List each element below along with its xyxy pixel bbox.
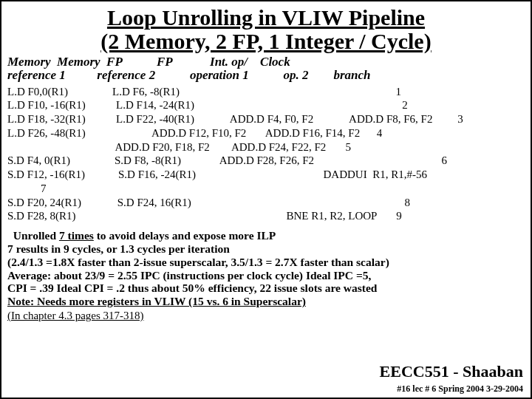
body-row-5: S.D F4, 0(R1) S.D F8, -8(R1) ADD.D F28, … — [7, 154, 447, 166]
note4-text: Average: about 23/9 = 2.55 IPC (instruct… — [7, 269, 371, 282]
slide-title: Loop Unrolling in VLIW Pipeline (2 Memor… — [7, 6, 525, 52]
note-line-6: Note: Needs more registers in VLIW (15 v… — [7, 295, 525, 308]
body-row-1: L.D F10, -16(R1) L.D F14, -24(R1) 2 — [7, 99, 408, 111]
note1-mid: 7 times — [59, 229, 94, 242]
notes-block: Unrolled 7 times to avoid delays and exp… — [7, 229, 525, 322]
note3-text: (2.4/1.3 =1.8X faster than 2-issue super… — [7, 256, 389, 268]
hdr-line-1: Memory Memory FP FP Int. op/ Clock — [7, 55, 290, 69]
note-line-1: Unrolled 7 times to avoid delays and exp… — [7, 229, 525, 242]
body-row-2: L.D F18, -32(R1) L.D F22, -40(R1) ADD.D … — [7, 113, 463, 125]
schedule-body: L.D F0,0(R1) L.D F6, -8(R1) 1 L.D F10, -… — [7, 85, 525, 224]
slide: Loop Unrolling in VLIW Pipeline (2 Memor… — [0, 0, 532, 399]
note2-text: 7 results in 9 cycles, or 1.3 cycles per… — [7, 242, 230, 255]
footer-sub: #16 lec # 6 Spring 2004 3-29-2004 — [397, 383, 523, 395]
title-line-2: (2 Memory, 2 FP, 1 Integer / Cycle) — [100, 29, 431, 53]
column-headers: Memory Memory FP FP Int. op/ Clock refer… — [7, 55, 525, 82]
note1-post: to avoid delays and expose more ILP — [94, 229, 276, 242]
chapter-ref: (In chapter 4.3 pages 317-318) — [7, 310, 525, 322]
body-row-3: L.D F26, -48(R1) ADD.D F12, F10, F2 ADD.… — [7, 127, 382, 139]
note5-text: CPI = .39 Ideal CPI = .2 thus about 50% … — [7, 282, 377, 294]
body-row-8: S.D F28, 8(R1) BNE R1, R2, LOOP 9 — [7, 210, 402, 222]
body-row-0: L.D F0,0(R1) L.D F6, -8(R1) 1 — [7, 86, 401, 98]
note6-text: Note: Needs more registers in VLIW (15 v… — [7, 295, 306, 307]
title-line-1: Loop Unrolling in VLIW Pipeline — [107, 5, 425, 30]
note1-pre: Unrolled — [13, 229, 59, 242]
note-line-4: Average: about 23/9 = 2.55 IPC (instruct… — [7, 269, 525, 282]
body-row-6: S.D F12, -16(R1) S.D F16, -24(R1) DADDUI… — [7, 168, 427, 194]
body-row-7: S.D F20, 24(R1) S.D F24, 16(R1) 8 — [7, 197, 410, 208]
body-row-4: ADD.D F20, F18, F2 ADD.D F24, F22, F2 5 — [7, 141, 351, 153]
note-line-2: 7 results in 9 cycles, or 1.3 cycles per… — [7, 242, 525, 256]
note-line-3: (2.4/1.3 =1.8X faster than 2-issue super… — [7, 256, 525, 269]
hdr-line-2: reference 1 reference 2 operation 1 op. … — [7, 68, 371, 82]
footer-course: EECC551 - Shaaban — [380, 362, 523, 381]
note-line-5: CPI = .39 Ideal CPI = .2 thus about 50% … — [7, 282, 525, 295]
